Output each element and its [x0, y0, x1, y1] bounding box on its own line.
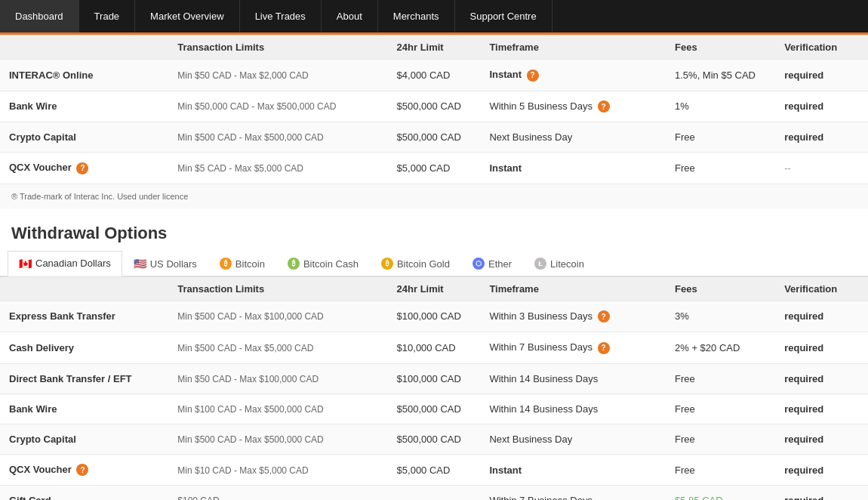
method-name: Bank Wire — [9, 403, 57, 415]
24hr-limit: $10,000 CAD — [397, 342, 456, 353]
w-24hr-limit: $100,000 CAD — [388, 363, 481, 394]
deposit-table: Transaction Limits 24hr Limit Timeframe … — [0, 35, 868, 184]
table-row: Bank Wire Min $50,000 CAD - Max $500,000… — [0, 91, 868, 122]
tab-bitcoin-cash[interactable]: ₿Bitcoin Cash — [276, 251, 370, 276]
deposit-timeframe: Next Business Day — [480, 122, 666, 153]
w-verification: required — [775, 424, 868, 454]
w-24hr-limit: $500,000 CAD — [388, 424, 481, 454]
w-24hr-limit: $500,000 CAD — [388, 394, 481, 424]
w-timeframe: Within 7 Business Days — [480, 486, 666, 500]
help-icon[interactable]: ? — [598, 310, 610, 323]
table-row: Crypto Capital Min $500 CAD - Max $500,0… — [0, 424, 868, 454]
deposit-verification: required — [775, 60, 868, 91]
tab-label: Ether — [488, 258, 512, 270]
help-icon[interactable]: ? — [598, 342, 610, 354]
help-icon[interactable]: ? — [76, 464, 88, 476]
method-name: Crypto Capital — [9, 131, 76, 143]
bch-icon: ₿ — [288, 258, 300, 270]
help-icon[interactable]: ? — [76, 162, 88, 174]
24hr-limit: $100,000 CAD — [397, 373, 461, 384]
w-fees: Free — [666, 424, 775, 454]
help-icon[interactable]: ? — [527, 69, 539, 82]
w-col-timeframe: Timeframe — [480, 276, 666, 301]
w-col-limits: Transaction Limits — [168, 276, 387, 301]
24hr-limit: $100,000 CAD — [397, 310, 461, 322]
w-verification: required — [775, 454, 868, 486]
verification-value: required — [784, 100, 823, 112]
w-verification: required — [775, 486, 868, 500]
tab-us-dollars[interactable]: 🇺🇸US Dollars — [122, 251, 208, 276]
nav-merchants[interactable]: Merchants — [378, 0, 455, 32]
w-col-fees: Fees — [666, 276, 775, 301]
table-row: Direct Bank Transfer / EFT Min $50 CAD -… — [0, 363, 868, 394]
w-timeframe: Within 3 Business Days ? — [480, 301, 666, 332]
tab-label: Canadian Dollars — [35, 258, 111, 269]
w-limits: Min $50 CAD - Max $100,000 CAD — [168, 363, 387, 394]
tab-label: Bitcoin Cash — [303, 258, 359, 270]
fees-value: 2% + $20 CAD — [675, 342, 740, 353]
w-method: QCX Voucher ? — [0, 454, 168, 486]
24hr-limit: $500,000 CAD — [397, 434, 461, 445]
tab-ether[interactable]: ⬡Ether — [461, 251, 523, 276]
nav-trade[interactable]: Trade — [79, 0, 135, 32]
w-24hr-limit: $100,000 CAD — [388, 301, 481, 332]
deposit-col-limits: Transaction Limits — [168, 35, 387, 60]
deposit-method: INTERAC® Online — [0, 60, 168, 91]
w-method: Gift Card — [0, 486, 168, 500]
nav-about[interactable]: About — [322, 0, 378, 32]
tab-label: Bitcoin Gold — [397, 258, 450, 270]
24hr-limit: $5,000 CAD — [397, 465, 451, 476]
deposit-method: Crypto Capital — [0, 122, 168, 153]
eth-icon: ⬡ — [472, 258, 485, 270]
deposit-fees: Free — [666, 122, 775, 153]
24hr-limit: -- — [397, 495, 404, 500]
w-limits: Min $500 CAD - Max $5,000 CAD — [168, 332, 387, 364]
w-limits: Min $500 CAD - Max $100,000 CAD — [168, 301, 387, 332]
tab-canadian-dollars[interactable]: 🇨🇦Canadian Dollars — [8, 251, 122, 276]
w-limits: $100 CAD — [168, 486, 387, 500]
deposit-col-method — [0, 35, 168, 60]
withdrawal-table: Transaction Limits 24hr Limit Timeframe … — [0, 276, 868, 500]
trademark-note: ® Trade-mark of Interac Inc. Used under … — [0, 184, 868, 208]
fees-value: Free — [675, 373, 695, 384]
w-fees: $5.85 CAD — [666, 486, 775, 500]
deposit-timeframe: Instant — [480, 153, 666, 184]
navigation: Dashboard Trade Market Overview Live Tra… — [0, 0, 868, 35]
w-col-24hr: 24hr Limit — [388, 276, 481, 301]
method-name: Bank Wire — [9, 100, 57, 112]
deposit-method: Bank Wire — [0, 91, 168, 122]
deposit-timeframe: Instant ? — [480, 60, 666, 91]
tab-litecoin[interactable]: ŁLitecoin — [523, 251, 596, 276]
withdrawal-tabs: 🇨🇦Canadian Dollars🇺🇸US Dollars₿Bitcoin₿B… — [0, 251, 868, 276]
fees-value: Free — [675, 403, 695, 415]
deposit-24hr-limit: $500,000 CAD — [388, 122, 481, 153]
deposit-fees: 1.5%, Min $5 CAD — [666, 60, 775, 91]
deposit-fees: 1% — [666, 91, 775, 122]
flag-icon: 🇨🇦 — [19, 258, 32, 270]
w-24hr-limit: -- — [388, 486, 481, 500]
verification-value: -- — [784, 162, 791, 174]
w-col-method — [0, 276, 168, 301]
nav-market-overview[interactable]: Market Overview — [135, 0, 240, 32]
verification-value: required — [784, 434, 823, 445]
w-method: Express Bank Transfer — [0, 301, 168, 332]
deposit-col-timeframe: Timeframe — [480, 35, 666, 60]
nav-live-trades[interactable]: Live Trades — [240, 0, 322, 32]
tab-bitcoin-gold[interactable]: ₿Bitcoin Gold — [370, 251, 461, 276]
tab-label: Bitcoin — [235, 258, 265, 270]
verification-value: required — [784, 342, 823, 353]
help-icon[interactable]: ? — [598, 100, 610, 113]
method-name: Direct Bank Transfer / EFT — [9, 373, 132, 384]
w-timeframe: Within 14 Business Days — [480, 394, 666, 424]
tab-bitcoin[interactable]: ₿Bitcoin — [208, 251, 276, 276]
w-limits: Min $10 CAD - Max $5,000 CAD — [168, 454, 387, 486]
deposit-24hr-limit: $5,000 CAD — [388, 153, 481, 184]
table-row: QCX Voucher ? Min $10 CAD - Max $5,000 C… — [0, 454, 868, 486]
w-method: Cash Delivery — [0, 332, 168, 364]
nav-dashboard[interactable]: Dashboard — [0, 0, 79, 32]
w-method: Bank Wire — [0, 394, 168, 424]
fees-value: 3% — [675, 310, 689, 322]
nav-support-centre[interactable]: Support Centre — [455, 0, 553, 32]
verification-value: required — [784, 131, 823, 143]
w-method: Direct Bank Transfer / EFT — [0, 363, 168, 394]
